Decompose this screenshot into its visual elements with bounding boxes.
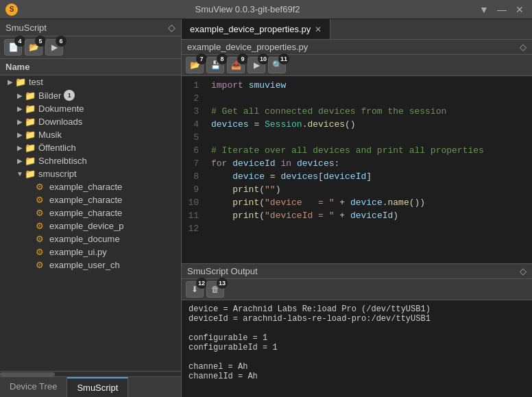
badge-12: 12 bbox=[196, 278, 207, 289]
arrow-dokumente: ▶ bbox=[15, 105, 25, 112]
line-num-1: 1 bbox=[182, 79, 206, 92]
file-icon-6: ⚙ bbox=[36, 247, 47, 257]
tree-label-file5: example_docume bbox=[49, 234, 120, 244]
badge-6: 6 bbox=[56, 36, 66, 47]
code-line-4: 4 devices = Session.devices() bbox=[182, 118, 532, 131]
line-content-12 bbox=[206, 222, 211, 235]
arrow-downloads: ▶ bbox=[15, 118, 25, 125]
code-line-3: 3 # Get all connected devices from the s… bbox=[182, 105, 532, 118]
output-header: SmuScript Output ◇ bbox=[182, 264, 532, 279]
column-header: Name bbox=[0, 59, 181, 75]
tree-item-file6[interactable]: ⚙ example_ui.py bbox=[0, 245, 181, 258]
tab-close-btn[interactable]: ✕ bbox=[315, 25, 322, 34]
search-editor-button[interactable]: 🔍 11 bbox=[268, 57, 286, 73]
line-content-7: for deviceId in devices: bbox=[206, 157, 339, 170]
run-script-button[interactable]: ▶ 6 bbox=[45, 39, 63, 56]
tree-label-dokumente: Dokumente bbox=[38, 104, 84, 114]
titlebar: S SmuView 0.0.3-git-bef69f2 ▼ — ✕ bbox=[0, 0, 532, 19]
horizontal-scrollbar[interactable] bbox=[0, 371, 181, 376]
scroll-thumb bbox=[0, 372, 55, 376]
tree-item-schreibtisch[interactable]: ▶ 📁 Schreibtisch bbox=[0, 154, 181, 167]
tree-label-file7: example_user_ch bbox=[49, 260, 120, 270]
line-content-6: # Iterate over all devices and print all… bbox=[206, 144, 484, 157]
tree-item-smuscript[interactable]: ▼ 📁 smuscript bbox=[0, 167, 181, 180]
editor-tab-bar: example_device_properties.py ✕ bbox=[182, 19, 532, 40]
minimize-dropdown-btn[interactable]: ▼ bbox=[477, 4, 491, 15]
output-pin-icon[interactable]: ◇ bbox=[520, 266, 527, 276]
line-num-6: 6 bbox=[182, 144, 206, 157]
line-num-2: 2 bbox=[182, 92, 206, 105]
pin-icon[interactable]: ◇ bbox=[168, 22, 176, 33]
badge-10: 10 bbox=[258, 53, 269, 64]
window-controls: ▼ — ✕ bbox=[477, 4, 527, 15]
line-num-10: 10 bbox=[182, 196, 206, 209]
output-line-2: deviceId = arachnid-labs-re-load-pro:/de… bbox=[189, 314, 525, 324]
tree-item-musik[interactable]: ▶ 📁 Musik bbox=[0, 128, 181, 141]
output-title: SmuScript Output bbox=[187, 266, 258, 276]
code-line-5: 5 bbox=[182, 131, 532, 144]
app-icon: S bbox=[5, 3, 18, 16]
folder-icon-oeffentlich: 📁 bbox=[25, 143, 36, 153]
file-icon-3: ⚙ bbox=[36, 208, 47, 218]
close-btn[interactable]: ✕ bbox=[513, 4, 527, 15]
arrow-musik: ▶ bbox=[15, 131, 25, 139]
tree-item-bilder[interactable]: ▶ 📁 Bilder 1 bbox=[0, 88, 181, 102]
output-content[interactable]: device = Arachnid Labs Re:load Pro (/dev… bbox=[182, 300, 532, 397]
tree-item-downloads[interactable]: ▶ 📁 Downloads bbox=[0, 115, 181, 128]
tree-label-oeffentlich: Öffentlich bbox=[38, 143, 76, 153]
tree-item-file2[interactable]: ⚙ example_chara​cte bbox=[0, 193, 181, 206]
line-num-11: 11 bbox=[182, 209, 206, 222]
badge-13: 13 bbox=[217, 278, 228, 289]
line-num-5: 5 bbox=[182, 131, 206, 144]
code-line-10: 10 print("device = " + device.name()) bbox=[182, 196, 532, 209]
code-line-9: 9 print("") bbox=[182, 183, 532, 196]
open-folder-button[interactable]: 📂 5 bbox=[25, 39, 43, 56]
line-content-1: import smuview bbox=[206, 79, 286, 92]
tree-item-file7[interactable]: ⚙ example_user_ch bbox=[0, 258, 181, 272]
save-button[interactable]: 💾 8 bbox=[206, 57, 224, 73]
arrow-schreibtisch: ▶ bbox=[15, 157, 25, 165]
arrow-oeffentlich: ▶ bbox=[15, 144, 25, 152]
tree-item-dokumente[interactable]: ▶ 📁 Dokumente bbox=[0, 102, 181, 115]
file-icon-5: ⚙ bbox=[36, 234, 47, 244]
editor-pin-icon[interactable]: ◇ bbox=[520, 42, 527, 52]
smuscript-panel-header: SmuScript ◇ bbox=[0, 19, 181, 36]
line-num-4: 4 bbox=[182, 118, 206, 131]
tree-item-file3[interactable]: ⚙ example_chara​cte bbox=[0, 206, 181, 219]
line-content-8: device = devices[deviceId] bbox=[206, 170, 372, 183]
minimize-btn[interactable]: — bbox=[495, 4, 509, 15]
tree-label-downloads: Downloads bbox=[38, 117, 82, 127]
tree-item-oeffentlich[interactable]: ▶ 📁 Öffentlich bbox=[0, 141, 181, 154]
code-line-6: 6 # Iterate over all devices and print a… bbox=[182, 144, 532, 157]
line-content-2 bbox=[206, 92, 211, 105]
editor-tab-active[interactable]: example_device_properties.py ✕ bbox=[182, 19, 330, 39]
tree-label-file2: example_chara​cte bbox=[49, 195, 122, 205]
save-as-button[interactable]: 📤 9 bbox=[227, 57, 245, 73]
smuscript-label: SmuScript bbox=[5, 23, 47, 33]
folder-icon-bilder: 📁 bbox=[25, 91, 36, 101]
tab-smuscript[interactable]: SmuScript bbox=[67, 377, 128, 397]
tree-label-file6: example_ui.py bbox=[49, 247, 107, 257]
tree-item-file4[interactable]: ⚙ example_device_p bbox=[0, 219, 181, 232]
code-line-2: 2 bbox=[182, 92, 532, 105]
run-editor-button[interactable]: ▶ 10 bbox=[247, 57, 265, 73]
tree-item-file5[interactable]: ⚙ example_docume bbox=[0, 232, 181, 245]
tab-device-tree[interactable]: Device Tree bbox=[0, 377, 67, 397]
new-script-button[interactable]: 📄 4 bbox=[4, 39, 22, 56]
scroll-to-bottom-button[interactable]: ⬇ 12 bbox=[186, 281, 204, 298]
tree-item-file1[interactable]: ⚙ example_chara​cte bbox=[0, 180, 181, 193]
badge-9: 9 bbox=[237, 53, 248, 64]
file-icon-7: ⚙ bbox=[36, 260, 47, 270]
tree-label-smuscript: smuscript bbox=[38, 169, 77, 179]
code-editor[interactable]: 1 import smuview 2 3 # Get all connected… bbox=[182, 76, 532, 263]
clear-output-button[interactable]: 🗑 13 bbox=[206, 281, 224, 298]
badge-8: 8 bbox=[217, 53, 228, 64]
file-tree[interactable]: ▶ 📁 test ▶ 📁 Bilder 1 ▶ 📁 Dokumente ▶ 📁 bbox=[0, 75, 181, 371]
line-num-3: 3 bbox=[182, 105, 206, 118]
tree-label-file3: example_chara​cte bbox=[49, 208, 122, 218]
line-content-10: print("device = " + device.name()) bbox=[206, 196, 425, 209]
tree-item-test[interactable]: ▶ 📁 test bbox=[0, 75, 181, 88]
open-file-button[interactable]: 📂 7 bbox=[186, 57, 204, 73]
output-line-6 bbox=[189, 352, 525, 362]
left-toolbar: 📄 4 📂 5 ▶ 6 bbox=[0, 36, 181, 59]
